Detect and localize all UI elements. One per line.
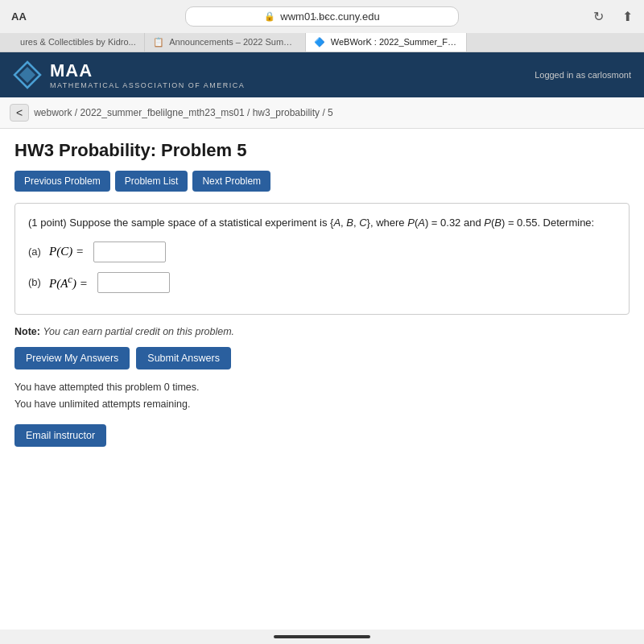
attempt-info: You have attempted this problem 0 times.… bbox=[14, 379, 630, 414]
maa-subtitle: MATHEMATICAL ASSOCIATION OF AMERICA bbox=[50, 81, 245, 89]
maa-title: MAA bbox=[50, 60, 245, 81]
problem-points: (1 point) bbox=[28, 217, 67, 229]
maa-logo-area: MAA MATHEMATICAL ASSOCIATION OF AMERICA bbox=[13, 60, 245, 89]
problem-part-b: (b) P(Ac) = bbox=[28, 272, 616, 293]
part-b-expr: P(Ac) = bbox=[49, 274, 88, 291]
attempt-count: You have attempted this problem 0 times. bbox=[14, 379, 630, 396]
previous-problem-button[interactable]: Previous Problem bbox=[14, 171, 110, 192]
tab-2-label: Announcements – 2022 Summer Term (4W1) P… bbox=[169, 37, 306, 47]
scroll-indicator bbox=[274, 635, 370, 638]
website: MAA MATHEMATICAL ASSOCIATION OF AMERICA … bbox=[0, 52, 644, 630]
part-a-input[interactable] bbox=[93, 242, 166, 262]
next-problem-button[interactable]: Next Problem bbox=[192, 171, 270, 192]
share-icon[interactable]: ⬆ bbox=[622, 9, 633, 24]
tab-2-icon: 📋 bbox=[153, 37, 164, 47]
note-label: Note: bbox=[14, 326, 40, 337]
browser-top-bar: ··· AA 🔒 wwm01.bcc.cuny.edu ↻ ⬆ bbox=[0, 0, 644, 33]
browser-tabs: ures & Collectibles by Kidro... 📋 Announ… bbox=[0, 33, 644, 52]
tab-3-icon: 🔷 bbox=[314, 37, 325, 47]
tab-1-label: ures & Collectibles by Kidro... bbox=[20, 37, 136, 47]
page-title: HW3 Probability: Problem 5 bbox=[14, 140, 630, 161]
maa-logo-icon bbox=[13, 60, 42, 89]
maa-header: MAA MATHEMATICAL ASSOCIATION OF AMERICA … bbox=[0, 52, 644, 97]
lock-icon: 🔒 bbox=[264, 11, 275, 22]
note-section: Note: You can earn partial credit on thi… bbox=[14, 326, 630, 337]
browser-chrome: ··· AA 🔒 wwm01.bcc.cuny.edu ↻ ⬆ ures & C… bbox=[0, 0, 644, 52]
action-buttons: Preview My Answers Submit Answers bbox=[14, 347, 630, 369]
problem-box: (1 point) Suppose the sample space of a … bbox=[14, 203, 630, 315]
part-b-input[interactable] bbox=[97, 272, 170, 293]
preview-answers-button[interactable]: Preview My Answers bbox=[14, 347, 130, 369]
refresh-icon[interactable]: ↻ bbox=[593, 9, 604, 24]
tab-3-label: WeBWorK : 2022_Summer_FBelilgn bbox=[331, 37, 467, 47]
browser-bottom bbox=[0, 630, 644, 644]
note-text: You can earn partial credit on this prob… bbox=[43, 326, 234, 337]
nav-bar: < webwork / 2022_summer_fbelilgne_mth23_… bbox=[0, 97, 644, 129]
browser-aa-label: AA bbox=[11, 10, 27, 23]
problem-list-button[interactable]: Problem List bbox=[115, 171, 188, 192]
nav-buttons: Previous Problem Problem List Next Probl… bbox=[14, 171, 630, 192]
back-button[interactable]: < bbox=[10, 104, 29, 122]
problem-description: (1 point) Suppose the sample space of a … bbox=[28, 215, 616, 232]
maa-login-text: Logged in as carlosmont bbox=[535, 70, 631, 80]
submit-answers-button[interactable]: Submit Answers bbox=[136, 347, 231, 369]
browser-dots: ··· bbox=[313, 8, 330, 25]
tab-3[interactable]: 🔷 WeBWorK : 2022_Summer_FBelilgn bbox=[306, 33, 467, 52]
maa-logo-text: MAA MATHEMATICAL ASSOCIATION OF AMERICA bbox=[50, 60, 245, 89]
svg-marker-1 bbox=[19, 67, 35, 83]
part-a-label: (a) bbox=[28, 246, 43, 258]
problem-desc-text: Suppose the sample space of a statistica… bbox=[69, 217, 594, 229]
email-instructor-button[interactable]: Email instructor bbox=[14, 424, 106, 447]
attempts-remaining: You have unlimited attempts remaining. bbox=[14, 396, 630, 413]
problem-part-a: (a) P(C) = bbox=[28, 242, 616, 262]
breadcrumb: webwork / 2022_summer_fbelilgne_mth23_ms… bbox=[34, 107, 333, 118]
tab-2[interactable]: 📋 Announcements – 2022 Summer Term (4W1)… bbox=[145, 33, 306, 52]
part-b-label: (b) bbox=[28, 276, 43, 288]
tab-1[interactable]: ures & Collectibles by Kidro... bbox=[6, 33, 145, 52]
main-content: HW3 Probability: Problem 5 Previous Prob… bbox=[0, 129, 644, 630]
part-a-expr: P(C) = bbox=[49, 245, 84, 258]
